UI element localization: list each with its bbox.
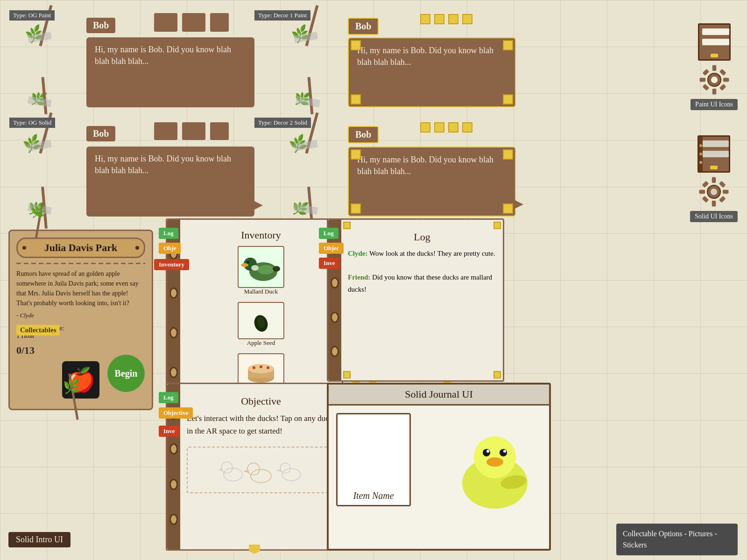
svg-point-56 (486, 450, 489, 453)
svg-point-1 (711, 77, 718, 83)
solid-journal-right (420, 413, 542, 506)
svg-rect-13 (712, 201, 716, 207)
mallard-duck-svg (240, 248, 282, 286)
clyde-label: Clyde: (348, 250, 368, 257)
name-placeholder-solid-3 (210, 122, 229, 140)
obj-ring-2 (169, 443, 178, 455)
paint-ui-label: Paint UI Icons (691, 99, 738, 110)
apple-seed-label: Apple Seed (247, 339, 275, 347)
svg-point-46 (224, 468, 242, 481)
corner-sq-d1-1 (420, 14, 430, 24)
name-placeholder-solid-2 (182, 122, 205, 140)
svg-rect-7 (719, 69, 726, 76)
dialog-name-og-paint: Bob (86, 18, 115, 33)
spine-dot-1 (699, 144, 702, 147)
svg-point-33 (260, 365, 262, 368)
tab-obj-obj[interactable]: Objective (159, 407, 193, 419)
collectable-options-box: Collectable Options - Pictures - Sticker… (616, 524, 738, 555)
name-placeholder-3 (210, 13, 229, 32)
spine-dot-3 (699, 161, 702, 164)
begin-button[interactable]: Begin (107, 355, 145, 392)
dialog-box-decor2-solid: Hi, my name is Bob. Did you know blah bl… (348, 147, 516, 217)
solid-journal-title-bar: Solid Journal UI (329, 385, 549, 406)
friend-label: Friend: (348, 273, 370, 281)
tab-obj-inventory[interactable]: Obje (159, 243, 181, 254)
spine-ring-3 (169, 327, 178, 338)
tab-log-inventory[interactable]: Log (159, 228, 178, 239)
svg-rect-12 (712, 177, 716, 183)
intro-author: - Clyde (16, 312, 145, 319)
corner-sq-dialog-d2-3 (351, 203, 361, 214)
rubber-duck-svg (448, 422, 542, 516)
apple-seed-svg (247, 307, 275, 335)
log-corner-2 (493, 222, 501, 229)
log-ring-2 (331, 277, 339, 288)
tab-inv-inventory[interactable]: Inventory (154, 259, 189, 270)
svg-rect-17 (719, 181, 726, 188)
solid-journal-content: Item Name (329, 406, 549, 514)
log-corner-3 (343, 371, 351, 378)
notebook-line-1 (702, 28, 729, 35)
svg-rect-16 (702, 181, 709, 188)
corner-sq-d2-2 (434, 122, 444, 133)
inventory-item-apple-seed: Apple Seed (185, 302, 337, 347)
corner-sq-d2-3 (448, 122, 458, 133)
solid-notebook-line-2 (702, 151, 729, 157)
log-ring-3 (331, 312, 339, 323)
duck-image (238, 246, 284, 288)
item-name-label: Item Name (349, 487, 397, 505)
dialog-box-og-solid: Hi, my name is Bob. Did you know blah bl… (86, 147, 254, 217)
svg-point-24 (257, 265, 274, 274)
cake-svg (245, 359, 277, 385)
svg-rect-5 (723, 78, 729, 82)
tab-log-obj[interactable]: Log (159, 392, 178, 403)
tab-obj-log[interactable]: Objec (319, 243, 344, 254)
dialog-box-decor1-paint: Hi, my name is Bob. Did you know blah bl… (348, 37, 516, 107)
tab-log-log[interactable]: Log (319, 228, 338, 239)
tab-inve-obj[interactable]: Inve (159, 426, 180, 437)
svg-point-32 (253, 366, 255, 369)
solid-notebook-line-1 (702, 140, 729, 147)
svg-point-57 (503, 450, 506, 453)
corner-sq-dialog-d2-2 (503, 149, 513, 160)
svg-point-23 (247, 261, 249, 264)
log-corner-1 (343, 222, 351, 229)
log-messages: Clyde: Wow look at the ducks! They are p… (348, 248, 496, 295)
dot-right (135, 246, 139, 250)
collectables-label: Collectables (16, 325, 60, 336)
svg-point-47 (221, 462, 233, 473)
objective-bookmark (249, 545, 260, 554)
intro-description: Rumors have spread of an golden apple so… (16, 269, 145, 308)
tab-inve-log[interactable]: Inve (319, 258, 340, 269)
apple-seed-image (238, 302, 284, 339)
log-corner-4 (493, 371, 501, 378)
corner-sq-d1-4 (462, 14, 472, 24)
svg-point-55 (500, 449, 507, 456)
location-title: Julia Davis Park (16, 238, 145, 258)
corner-sq-d2-4 (462, 122, 472, 133)
corner-sq-dialog-d2-1 (351, 149, 361, 160)
objective-content: Objective Let's interact with the ducks!… (180, 384, 342, 500)
svg-point-25 (273, 266, 280, 272)
corner-sq-d1-2 (434, 14, 444, 24)
solid-journal: Solid Journal UI Item Name (327, 383, 551, 551)
objective-sketch-svg (214, 449, 308, 491)
log-title: Log (348, 226, 496, 248)
gear-icon-solid (698, 175, 730, 208)
name-placeholder-solid-1 (154, 122, 177, 140)
corner-sq-dialog-d1-3 (351, 94, 361, 105)
dialog-box-og-paint: Hi, my name is Bob. Did you know blah bl… (86, 37, 254, 107)
svg-point-58 (486, 457, 503, 467)
svg-point-48 (251, 469, 271, 483)
svg-rect-6 (702, 69, 709, 76)
mallard-duck-label: Mallard Duck (244, 288, 278, 295)
svg-rect-19 (719, 196, 726, 203)
svg-point-49 (247, 463, 260, 475)
type-badge-og-solid: Type: OG Solid (9, 118, 55, 128)
svg-point-26 (251, 265, 259, 271)
objective-title: Objective (187, 391, 335, 412)
corner-sq-dialog-d1-4 (503, 94, 513, 105)
notebook-icon-solid (698, 135, 730, 173)
log-notebook: Log Clyde: Wow look at the ducks! They a… (327, 218, 504, 382)
solid-journal-item-box: Item Name (336, 413, 411, 506)
